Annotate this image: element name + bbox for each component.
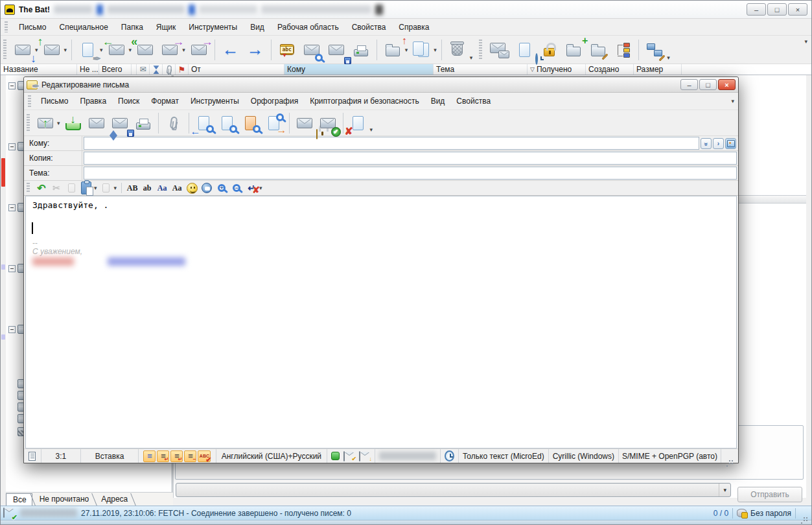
dropdown-icon[interactable]: ▾: [667, 54, 670, 61]
resize-grip[interactable]: [800, 511, 809, 520]
menu-message[interactable]: Письмо: [35, 95, 75, 108]
discard-message-button[interactable]: ✘: [347, 112, 370, 134]
column-header-hourglass[interactable]: [150, 64, 163, 75]
charset-cell[interactable]: Cyrillic (Windows): [549, 449, 619, 463]
mail-scheduler-button[interactable]: [512, 38, 537, 62]
justify-button[interactable]: ≡−: [184, 450, 196, 462]
menu-help[interactable]: Справка: [393, 21, 435, 34]
menu-properties[interactable]: Свойства: [450, 95, 496, 108]
replace-button[interactable]: [239, 112, 262, 134]
save-file-button[interactable]: [108, 112, 132, 134]
mail-queue-icon[interactable]: ↓: [359, 452, 371, 461]
toolbar-drag-handle[interactable]: [479, 40, 482, 59]
dropdown-icon[interactable]: ▾: [470, 54, 473, 61]
column-header-attachment[interactable]: [163, 64, 176, 75]
column-header-envelope[interactable]: ✉: [137, 64, 150, 75]
send-later-button[interactable]: [85, 112, 108, 134]
to-input[interactable]: [84, 137, 699, 150]
toolbar-overflow-icon[interactable]: ▾: [804, 38, 807, 45]
undo-button[interactable]: ↶: [34, 181, 49, 194]
address-book-button[interactable]: [725, 138, 736, 149]
column-header-received[interactable]: ▽Получено: [528, 64, 586, 75]
print-button[interactable]: [349, 38, 373, 62]
dropdown-icon[interactable]: ▾: [259, 185, 262, 191]
cc-input[interactable]: [84, 152, 737, 165]
paste-special-button[interactable]: [99, 181, 113, 194]
redirect-button[interactable]: →: [187, 38, 211, 62]
input-mode-cell[interactable]: Вставка: [81, 449, 139, 463]
menu-edit[interactable]: Правка: [75, 95, 113, 108]
minimize-button[interactable]: –: [747, 3, 766, 16]
menu-tools[interactable]: Инструменты: [185, 95, 245, 108]
spell-check-button[interactable]: ABC✔: [198, 450, 211, 462]
dropdown-icon[interactable]: ▾: [64, 47, 67, 53]
close-button[interactable]: ×: [788, 3, 807, 16]
copy-button[interactable]: [64, 181, 78, 194]
menu-view[interactable]: Вид: [244, 21, 270, 34]
collapse-icon[interactable]: [8, 143, 16, 150]
combobox-arrow-icon[interactable]: ▾: [719, 484, 730, 496]
resize-grip[interactable]: [725, 454, 734, 463]
minimize-button[interactable]: –: [680, 79, 698, 90]
tab-all[interactable]: Все: [6, 493, 32, 506]
collapse-icon[interactable]: [8, 265, 16, 272]
reply-button[interactable]: ←: [104, 38, 129, 62]
forward-button[interactable]: →: [157, 38, 182, 62]
toolbar-drag-handle[interactable]: [27, 114, 30, 132]
encryption-cell[interactable]: S/MIME + OpenPGP (авто): [619, 449, 721, 463]
dropdown-icon[interactable]: ▾: [114, 185, 117, 191]
toggle-wrap-button[interactable]: ↵✘: [244, 181, 259, 194]
column-header-name[interactable]: Название: [1, 64, 77, 75]
print-button[interactable]: [132, 112, 155, 134]
capitalize-button[interactable]: Aa: [170, 181, 184, 194]
menu-overflow-icon[interactable]: ▾: [731, 98, 734, 104]
dispatch-mail-button[interactable]: [487, 38, 512, 62]
close-button[interactable]: ×: [718, 79, 736, 90]
column-header-to[interactable]: Кому: [284, 64, 434, 75]
document-info-cell[interactable]: [24, 449, 41, 463]
menu-cryptography[interactable]: Криптография и безопасность: [304, 95, 424, 108]
search-messages-button[interactable]: [299, 38, 324, 62]
menu-properties[interactable]: Свойства: [346, 21, 392, 34]
network-settings-button[interactable]: [642, 38, 667, 62]
delete-button[interactable]: [445, 38, 470, 62]
password-mode-label[interactable]: Без пароля: [750, 509, 791, 518]
reply-all-button[interactable]: «: [133, 38, 157, 62]
menu-view[interactable]: Вид: [425, 95, 451, 108]
collapse-icon[interactable]: [8, 82, 16, 89]
copy-to-folder-button[interactable]: [409, 38, 434, 62]
address-book-button[interactable]: abc: [275, 38, 299, 62]
cut-button[interactable]: ✂: [49, 181, 64, 194]
navigate-back-button[interactable]: ←: [218, 38, 243, 62]
tab-unread[interactable]: Не прочитано: [33, 493, 95, 505]
next-recipient-button[interactable]: ›: [713, 138, 724, 149]
expand-recipients-button[interactable]: »: [701, 138, 712, 149]
mail-check-icon[interactable]: ✔: [343, 452, 355, 461]
toolbar-overflow-icon[interactable]: ▾: [370, 126, 373, 133]
check-mail-button[interactable]: ↓: [10, 38, 35, 62]
menu-account[interactable]: Ящик: [150, 21, 182, 34]
menu-folder[interactable]: Папка: [115, 21, 149, 34]
toggle-case-button[interactable]: Aa: [155, 181, 169, 194]
wrap-line-button[interactable]: ≡↵: [157, 450, 169, 462]
column-header-size[interactable]: Размер: [634, 64, 682, 75]
quick-template-combobox[interactable]: ▾: [176, 483, 731, 497]
lowercase-button[interactable]: ab: [140, 181, 154, 194]
encrypt-message-button[interactable]: [293, 112, 316, 134]
password-lock-button[interactable]: [537, 38, 561, 62]
send-queued-mail-button[interactable]: ↑: [40, 38, 64, 62]
subject-input[interactable]: [84, 167, 737, 180]
collapse-icon[interactable]: [8, 204, 16, 211]
toolbar-drag-handle[interactable]: [3, 40, 6, 59]
column-header-from[interactable]: От: [189, 64, 284, 75]
dropdown-icon[interactable]: ▾: [129, 47, 132, 53]
maximize-button[interactable]: □: [699, 79, 717, 90]
sign-message-button[interactable]: ✔: [316, 112, 340, 134]
column-header-unread[interactable]: Не ...: [77, 64, 99, 75]
dropdown-icon[interactable]: ▾: [434, 47, 437, 53]
menu-tools[interactable]: Инструменты: [183, 21, 243, 34]
send-now-button[interactable]: ↑: [34, 112, 57, 134]
find-next-button[interactable]: →: [262, 112, 286, 134]
column-header-created[interactable]: Создано: [586, 64, 634, 75]
find-button[interactable]: [216, 112, 239, 134]
